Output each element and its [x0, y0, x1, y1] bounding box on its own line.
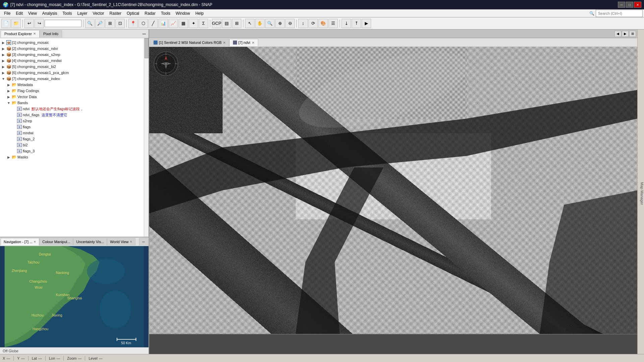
zoom-fit-button[interactable]: ⊞: [105, 19, 115, 28]
menu-view[interactable]: View: [25, 10, 40, 16]
tab-uncertainty-vis[interactable]: Uncertainty Vis...: [73, 238, 107, 245]
tree-item-p7[interactable]: ▼ 📦 [7] chongming_mosaic_index: [0, 76, 149, 82]
tree-item-flagcodings[interactable]: ▶ 📂 Flag Codings: [0, 88, 149, 94]
next-view-btn[interactable]: ▶: [622, 31, 629, 37]
nav-button[interactable]: ↕: [298, 19, 308, 28]
undo-button[interactable]: ↩: [24, 19, 34, 28]
tab-pixel-info[interactable]: Pixel Info: [40, 30, 62, 38]
import-button[interactable]: ⤓: [342, 19, 351, 28]
gcp-button[interactable]: GCP: [212, 19, 221, 28]
zoom-plus-button[interactable]: ⊕: [275, 19, 285, 28]
redo-button[interactable]: ↪: [35, 19, 44, 28]
zoom-actual-button[interactable]: ⊡: [115, 19, 125, 28]
menu-tools2[interactable]: Tools: [158, 10, 173, 16]
draw-poly-button[interactable]: ⬡: [138, 19, 148, 28]
tree-item-flags2[interactable]: B flags_2: [0, 136, 149, 142]
tree-item-vectordata[interactable]: ▶ 📂 Vector Data: [0, 94, 149, 100]
tree-item-ndvi-flags[interactable]: B ndvi_flags 这里暂不清楚它: [0, 112, 149, 118]
zoom-in-button[interactable]: 🔍: [85, 19, 95, 28]
toggle-p4[interactable]: ▶: [1, 59, 5, 63]
toggle-masks[interactable]: ▶: [7, 155, 11, 159]
tree-scroll-thumb[interactable]: [144, 38, 149, 58]
layer-button[interactable]: ☰: [329, 19, 338, 28]
color-button[interactable]: 🎨: [318, 19, 328, 28]
title-bar-controls[interactable]: ─ □ ✕: [618, 2, 641, 8]
menu-optical[interactable]: Optical: [124, 10, 142, 16]
select-button[interactable]: ↖: [245, 19, 254, 28]
toggle-p1[interactable]: ▶: [1, 41, 5, 45]
sync-button[interactable]: ⟳: [308, 19, 318, 28]
nav-collapse-btn[interactable]: ─: [139, 238, 148, 245]
prev-view-btn[interactable]: ◀: [614, 31, 621, 37]
scatter-button[interactable]: ✦: [189, 19, 198, 28]
statistics-button[interactable]: Σ: [199, 19, 208, 28]
world-view-tab-close[interactable]: ✕: [130, 240, 132, 243]
new-product-button[interactable]: 📄: [1, 19, 11, 28]
search-input[interactable]: [596, 10, 643, 17]
tree-item-flags3[interactable]: B flags_3: [0, 148, 149, 154]
draw-pin-button[interactable]: 📍: [128, 19, 138, 28]
tree-item-p5[interactable]: ▶ 📦 [5] chongming_mosaic_bi2: [0, 64, 149, 70]
nav-map[interactable]: 7 5 4 3 2 1 Dengtai Taizhou Nantong Zhen…: [0, 246, 149, 347]
maximize-view-btn[interactable]: ⊞: [629, 31, 636, 37]
tree-scrollbar[interactable]: [144, 38, 149, 237]
menu-file[interactable]: File: [1, 10, 13, 16]
toggle-p7[interactable]: ▼: [1, 77, 5, 81]
toggle-p3[interactable]: ▶: [1, 53, 5, 57]
ndvi-tab-close[interactable]: ✕: [252, 41, 254, 45]
tree-item-p4[interactable]: ▶ 📦 [4] chongming_mosaic_mndwi: [0, 58, 149, 64]
tree-item-bi2[interactable]: B bi2: [0, 142, 149, 148]
toggle-meta[interactable]: ▶: [7, 83, 11, 87]
zoom-tool-button[interactable]: 🔍: [265, 19, 275, 28]
zoom-out-button[interactable]: 🔎: [95, 19, 105, 28]
mosaic-button[interactable]: ▤: [222, 19, 231, 28]
spectrum-button[interactable]: 📊: [159, 19, 168, 28]
minimize-button[interactable]: ─: [618, 2, 625, 8]
menu-tools[interactable]: Tools: [60, 10, 75, 16]
draw-line-button[interactable]: ╱: [149, 19, 158, 28]
more-button[interactable]: ▶: [362, 19, 371, 28]
tab-world-view[interactable]: World View ✕: [107, 238, 135, 245]
tree-item-metadata[interactable]: ▶ 📂 Metadata: [0, 82, 149, 88]
menu-edit[interactable]: Edit: [13, 10, 25, 16]
menu-radar[interactable]: Radar: [142, 10, 158, 16]
tree-item-p6[interactable]: ▶ 📦 [6] chongming_mosaic1_pca_glcm: [0, 70, 149, 76]
tree-item-p3[interactable]: ▶ 📦 [3] chongming_mosaic_s2rep: [0, 52, 149, 58]
tree-item-flags[interactable]: B flags: [0, 124, 149, 130]
histogram-button[interactable]: ▦: [179, 19, 188, 28]
menu-raster[interactable]: Raster: [107, 10, 124, 16]
menu-analysis[interactable]: Analysis: [40, 10, 60, 16]
profile-button[interactable]: 📈: [169, 19, 178, 28]
toggle-p5[interactable]: ▶: [1, 65, 5, 69]
navigation-tab-close[interactable]: ✕: [34, 240, 36, 243]
image-display-area[interactable]: [149, 47, 637, 334]
close-button[interactable]: ✕: [634, 2, 641, 8]
tree-item-masks[interactable]: ▶ 📂 Masks: [0, 154, 149, 160]
toggle-bands[interactable]: ▼: [7, 101, 11, 105]
menu-vector[interactable]: Vector: [90, 10, 107, 16]
toggle-p2[interactable]: ▶: [1, 47, 5, 51]
menu-layer[interactable]: Layer: [75, 10, 90, 16]
zoom-minus-button[interactable]: ⊖: [285, 19, 295, 28]
collapse-panel-button[interactable]: ─: [140, 30, 148, 37]
tab-navigation[interactable]: Navigation - [7] ... ✕: [1, 238, 39, 245]
tree-item-s2rep[interactable]: B s2rep: [0, 118, 149, 124]
maximize-button[interactable]: □: [626, 2, 633, 8]
tree-item-mndwi[interactable]: B mndwi: [0, 130, 149, 136]
tab-product-explorer[interactable]: Product Explorer ✕: [1, 30, 40, 38]
coord-input[interactable]: 364, 2/745980: [45, 20, 81, 27]
export-button[interactable]: ⤒: [352, 19, 361, 28]
tab-ndvi-view[interactable]: [7] ndvi ✕: [229, 39, 258, 46]
toggle-vector[interactable]: ▶: [7, 95, 11, 99]
rgb-tab-close[interactable]: ✕: [223, 41, 226, 45]
product-explorer-close[interactable]: ✕: [33, 32, 36, 35]
menu-help[interactable]: Help: [193, 10, 207, 16]
toggle-flags[interactable]: ▶: [7, 89, 11, 93]
tree-item-p1[interactable]: ▶ 📦 [1] chongming_mosaic: [0, 40, 149, 46]
tab-colour-manip[interactable]: Colour Manipul...: [39, 238, 73, 245]
toggle-p6[interactable]: ▶: [1, 71, 5, 75]
tree-item-p2[interactable]: ▶ 📦 [2] chongming_mosaic_ndvi: [0, 46, 149, 52]
tree-item-bands[interactable]: ▼ 📂 Bands: [0, 100, 149, 106]
open-product-button[interactable]: 📁: [11, 19, 21, 28]
menu-window[interactable]: Window: [173, 10, 193, 16]
